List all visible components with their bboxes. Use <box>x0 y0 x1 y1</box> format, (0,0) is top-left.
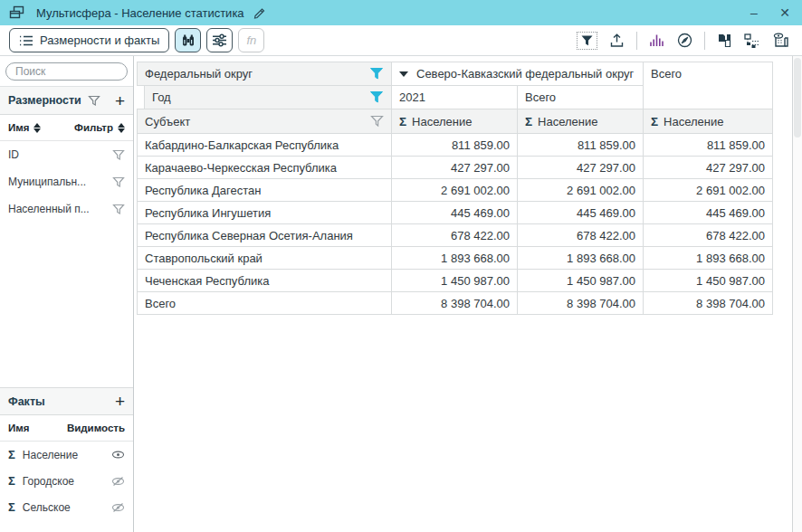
value-cell[interactable]: 678 422.00 <box>644 224 773 247</box>
dimensions-filter-icon[interactable] <box>88 95 100 107</box>
value-cell[interactable]: 445 469.00 <box>392 202 518 224</box>
dimension-item[interactable]: ID <box>0 141 133 168</box>
row-header-subject[interactable]: Субъект <box>137 109 392 134</box>
row-label[interactable]: Республика Северная Осетия-Алания <box>137 224 392 247</box>
toolbar-separator <box>636 32 637 50</box>
row-filter-icon[interactable] <box>112 149 125 161</box>
dimensions-columns-header: Имя Фильтр <box>0 115 133 141</box>
sigma-icon: Σ <box>525 115 532 128</box>
value-cell[interactable]: 427 297.00 <box>392 157 518 179</box>
value-cell[interactable]: 8 398 704.00 <box>392 292 518 315</box>
window-title: Мультисфера - Население статистика <box>36 6 244 20</box>
column-total-header[interactable]: Всего <box>644 62 773 109</box>
sidebar: Размерности + Имя Фильтр ID <box>0 56 134 532</box>
dimensions-title: Размерности <box>8 94 81 107</box>
value-cell[interactable]: 2 691 002.00 <box>644 179 773 202</box>
value-cell[interactable]: 1 450 987.00 <box>518 270 644 292</box>
sort-name-icon[interactable] <box>33 123 41 133</box>
collapse-triangle-icon[interactable] <box>399 71 408 77</box>
dimensions-section-header: Размерности + <box>0 87 133 115</box>
list-icon <box>19 34 33 47</box>
fact-item[interactable]: Σ Городское <box>0 468 133 494</box>
value-cell[interactable]: 8 398 704.00 <box>518 292 644 315</box>
fact-item[interactable]: Σ Сельское <box>0 494 133 520</box>
copy-documents-icon[interactable] <box>717 33 732 48</box>
value-cell[interactable]: 445 469.00 <box>518 202 644 224</box>
histogram-icon[interactable] <box>649 33 665 48</box>
sigma-icon: Σ <box>399 115 406 128</box>
value-cell[interactable]: 1 893 668.00 <box>392 247 518 270</box>
pivot-area: Федеральный округ Северо-Кавказский феде… <box>134 56 802 532</box>
row-label[interactable]: Карачаево-Черкесская Республика <box>137 157 392 179</box>
toolbar: Размерности и факты fn <box>0 25 802 56</box>
sliders-button[interactable] <box>206 28 233 52</box>
measure-header[interactable]: Σ Население <box>644 109 773 134</box>
sigma-icon: Σ <box>8 500 15 514</box>
measure-header[interactable]: Σ Население <box>392 109 518 134</box>
row-filter-icon[interactable] <box>112 176 125 188</box>
fact-item[interactable]: Σ Население <box>0 442 133 468</box>
gauge-icon[interactable] <box>677 33 692 48</box>
sort-filter-icon[interactable] <box>118 123 125 133</box>
measure-header[interactable]: Σ Население <box>518 109 644 134</box>
row-label[interactable]: Чеченская Республика <box>137 270 392 292</box>
value-cell[interactable]: 427 297.00 <box>518 157 644 179</box>
facts-col-name[interactable]: Имя <box>8 423 29 433</box>
value-cell[interactable]: 811 859.00 <box>518 134 644 157</box>
value-cell[interactable]: 8 398 704.00 <box>644 292 773 315</box>
scrollbar-thumb[interactable] <box>794 58 801 138</box>
value-cell[interactable]: 811 859.00 <box>644 134 773 157</box>
dimensions-col-filter[interactable]: Фильтр <box>74 122 113 133</box>
visibility-eye-off-icon[interactable] <box>111 502 125 513</box>
visibility-eye-off-icon[interactable] <box>111 476 125 487</box>
dimensions-facts-button[interactable]: Размерности и факты <box>9 28 169 52</box>
active-filter-icon[interactable] <box>369 90 384 104</box>
vertical-scrollbar[interactable] <box>792 56 802 532</box>
add-dimension-button[interactable]: + <box>115 92 125 109</box>
search-input[interactable] <box>5 62 128 81</box>
year-header[interactable]: 2021 <box>392 86 518 109</box>
row-label[interactable]: Ставропольский край <box>137 247 392 270</box>
row-label[interactable]: Республика Ингушетия <box>137 202 392 224</box>
row-dimension-year[interactable]: Год <box>144 86 391 109</box>
dimensions-col-name[interactable]: Имя <box>8 122 29 133</box>
row-label[interactable]: Кабардино-Балкарская Республика <box>137 134 392 157</box>
toolbar-separator <box>704 32 705 50</box>
column-group-header[interactable]: Северо-Кавказский федеральный округ <box>392 62 644 86</box>
value-cell[interactable]: 2 691 002.00 <box>392 179 518 202</box>
value-cell[interactable]: 427 297.00 <box>644 157 773 179</box>
value-cell[interactable]: 678 422.00 <box>518 224 644 247</box>
filter-button[interactable] <box>577 32 597 50</box>
facts-col-visibility[interactable]: Видимость <box>67 423 125 433</box>
minimize-button[interactable]: – <box>746 0 762 25</box>
value-cell[interactable]: 678 422.00 <box>392 224 518 247</box>
visibility-eye-icon[interactable] <box>111 450 125 460</box>
value-cell[interactable]: 1 450 987.00 <box>392 270 518 292</box>
rename-pencil-icon[interactable] <box>253 6 266 19</box>
binoculars-button[interactable] <box>175 28 201 52</box>
cascade-windows-icon <box>9 5 25 20</box>
value-cell[interactable]: 811 859.00 <box>392 134 518 157</box>
row-label[interactable]: Республика Дагестан <box>137 179 392 202</box>
pivot-table: Федеральный округ Северо-Кавказский феде… <box>137 62 773 315</box>
tree-structure-icon[interactable] <box>744 33 760 48</box>
value-cell[interactable]: 2 691 002.00 <box>518 179 644 202</box>
value-cell[interactable]: 1 450 987.00 <box>644 270 773 292</box>
add-fact-button[interactable]: + <box>115 393 125 410</box>
preview-eye-icon[interactable] <box>772 33 789 48</box>
row-filter-icon[interactable] <box>112 204 125 215</box>
close-button[interactable]: ✕ <box>777 0 793 25</box>
subject-filter-icon[interactable] <box>370 115 384 128</box>
value-cell[interactable]: 1 893 668.00 <box>644 247 773 270</box>
export-icon[interactable] <box>609 33 625 48</box>
active-filter-icon[interactable] <box>369 67 384 81</box>
dimension-item[interactable]: Населенный п... <box>0 195 133 223</box>
value-cell[interactable]: 1 893 668.00 <box>518 247 644 270</box>
dimension-item[interactable]: Муниципальн... <box>0 168 133 195</box>
row-label-total[interactable]: Всего <box>137 292 392 315</box>
value-cell[interactable]: 445 469.00 <box>644 202 773 224</box>
facts-title: Факты <box>8 395 45 408</box>
row-dimension-federal-district[interactable]: Федеральный округ <box>137 62 392 86</box>
facts-section-header: Факты + <box>0 387 133 415</box>
year-total-header[interactable]: Всего <box>518 86 644 109</box>
